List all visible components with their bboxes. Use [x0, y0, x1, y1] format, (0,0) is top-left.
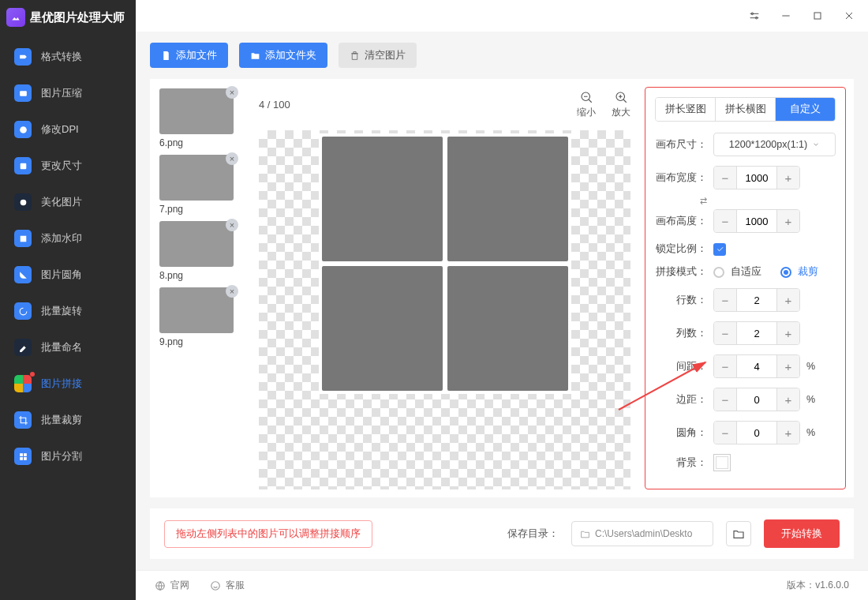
workarea: ×6.png ×7.png ×8.png ×9.png 4 / 100 缩小 放… [150, 79, 854, 497]
canvas-area: 4 / 100 缩小 放大 [245, 79, 645, 497]
zoom-out-button[interactable]: 缩小 [577, 90, 596, 119]
sidebar-item-rename[interactable]: 批量命名 [0, 329, 136, 366]
tab-custom[interactable]: 自定义 [775, 98, 835, 121]
sidebar-item-resize[interactable]: 更改尺寸 [0, 148, 136, 184]
chevron-down-icon [812, 141, 820, 148]
svg-rect-4 [20, 235, 26, 242]
app-logo: 星优图片处理大师 [0, 0, 136, 39]
lock-ratio-checkbox[interactable] [713, 243, 726, 256]
save-dir-label: 保存目录： [507, 527, 559, 541]
sidebar-item-rotate[interactable]: 批量旋转 [0, 293, 136, 329]
drag-hint: 拖动左侧列表中的图片可以调整拼接顺序 [164, 520, 372, 548]
tab-horizontal[interactable]: 拼长横图 [715, 98, 775, 121]
svg-point-1 [20, 126, 27, 133]
sidebar-item-dpi[interactable]: 修改DPI [0, 111, 136, 148]
sidebar-item-format[interactable]: 格式转换 [0, 39, 136, 75]
save-path-field[interactable]: C:\Users\admin\Deskto [571, 521, 713, 546]
thumbnail-list: ×6.png ×7.png ×8.png ×9.png [150, 79, 245, 497]
sidebar-item-split[interactable]: 图片分割 [0, 438, 136, 474]
cols-stepper[interactable]: −+ [713, 321, 800, 345]
decrement-button[interactable]: − [714, 210, 736, 232]
main-area: 添加文件 添加文件夹 清空图片 ×6.png ×7.png ×8.png ×9.… [136, 0, 868, 600]
browse-folder-button[interactable] [726, 521, 751, 546]
clear-button[interactable]: 清空图片 [339, 43, 417, 68]
start-convert-button[interactable]: 开始转换 [764, 519, 840, 548]
canvas-height-stepper[interactable]: −+ [713, 209, 800, 233]
add-folder-button[interactable]: 添加文件夹 [239, 43, 327, 68]
svg-rect-0 [20, 91, 27, 96]
remove-thumb-icon[interactable]: × [226, 86, 238, 99]
svg-rect-2 [20, 163, 26, 169]
margin-stepper[interactable]: −+ [713, 388, 800, 411]
radius-stepper[interactable]: −+ [713, 421, 800, 444]
sidebar-item-watermark[interactable]: 添加水印 [0, 220, 136, 257]
toolbar: 添加文件 添加文件夹 清空图片 [136, 32, 868, 79]
zoom-in-button[interactable]: 放大 [612, 90, 630, 119]
increment-button[interactable]: + [777, 167, 799, 189]
list-item[interactable]: ×7.png [159, 155, 245, 215]
remove-thumb-icon[interactable]: × [226, 152, 238, 165]
app-logo-icon [6, 8, 25, 27]
support-link[interactable]: 客服 [210, 579, 245, 592]
list-item[interactable]: ×9.png [159, 287, 245, 347]
sidebar: 星优图片处理大师 格式转换 图片压缩 修改DPI 更改尺寸 美化图片 添加水印 … [0, 0, 136, 600]
status-bar: 官网 客服 版本：v1.6.0.0 [136, 570, 868, 600]
puzzle-icon [14, 375, 32, 392]
app-title: 星优图片处理大师 [30, 10, 125, 25]
mode-fit-radio[interactable] [713, 267, 724, 278]
version-label: 版本：v1.6.0.0 [787, 579, 849, 592]
sidebar-item-beautify[interactable]: 美化图片 [0, 184, 136, 220]
list-item[interactable]: ×8.png [159, 221, 245, 281]
svg-rect-5 [20, 453, 23, 456]
svg-rect-7 [20, 457, 23, 460]
canvas-height-input[interactable] [736, 210, 777, 232]
rows-stepper[interactable]: −+ [713, 288, 800, 312]
mode-crop-radio[interactable] [780, 267, 791, 278]
footer-bar: 拖动左侧列表中的图片可以调整拼接顺序 保存目录： C:\Users\admin\… [150, 508, 854, 559]
background-color-picker[interactable] [713, 454, 731, 471]
list-item[interactable]: ×6.png [159, 88, 245, 148]
titlebar [136, 0, 868, 32]
svg-line-14 [619, 362, 705, 410]
close-icon[interactable] [841, 8, 857, 24]
remove-thumb-icon[interactable]: × [226, 285, 238, 298]
sidebar-item-compress[interactable]: 图片压缩 [0, 75, 136, 111]
svg-rect-6 [24, 453, 27, 456]
settings-panel: 拼长竖图 拼长横图 自定义 画布尺寸： 1200*1200px(1:1) 画布宽… [645, 87, 846, 489]
svg-rect-11 [814, 13, 821, 19]
remove-thumb-icon[interactable]: × [226, 219, 238, 231]
canvas-width-stepper[interactable]: −+ [713, 166, 800, 189]
canvas-size-select[interactable]: 1200*1200px(1:1) [713, 133, 836, 156]
image-count: 4 / 100 [259, 99, 290, 111]
maximize-icon[interactable] [810, 8, 825, 24]
increment-button[interactable]: + [777, 210, 799, 232]
sidebar-item-stitch[interactable]: 图片拼接 [0, 366, 136, 402]
gap-stepper[interactable]: −+ [713, 354, 800, 378]
annotation-arrow-icon [615, 358, 709, 414]
sidebar-item-radius[interactable]: 图片圆角 [0, 257, 136, 293]
canvas-preview[interactable] [259, 130, 630, 489]
website-link[interactable]: 官网 [155, 579, 189, 592]
svg-point-3 [20, 199, 26, 205]
minimize-icon[interactable] [778, 8, 794, 24]
canvas-width-input[interactable] [736, 167, 777, 189]
sidebar-item-crop[interactable]: 批量裁剪 [0, 402, 136, 438]
svg-rect-8 [24, 457, 27, 460]
mode-tabs: 拼长竖图 拼长横图 自定义 [655, 97, 836, 122]
notification-dot-icon [30, 372, 35, 377]
add-file-button[interactable]: 添加文件 [150, 43, 228, 68]
settings-icon[interactable] [746, 8, 762, 24]
decrement-button[interactable]: − [714, 167, 736, 189]
folder-icon [580, 529, 590, 539]
svg-point-16 [211, 581, 220, 590]
tab-vertical[interactable]: 拼长竖图 [656, 98, 715, 121]
